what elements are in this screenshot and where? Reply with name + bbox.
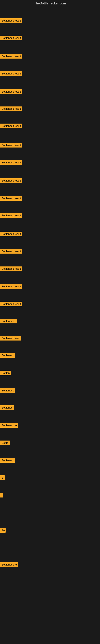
- bottleneck-result-badge: Bottleneck result: [0, 71, 22, 76]
- bottleneck-result-badge: Bottleneck result: [0, 18, 22, 23]
- site-title: TheBottlenecker.com: [0, 0, 100, 7]
- list-item: Bottle: [0, 440, 10, 446]
- list-item: Bottleneck result: [0, 54, 22, 59]
- list-item: Bottleneck result: [0, 124, 22, 129]
- bottleneck-result-badge: Bottleneck result: [0, 54, 22, 58]
- bottleneck-result-badge: Bottleneck result: [0, 213, 22, 218]
- bottleneck-result-badge: Bottlenec: [0, 405, 14, 410]
- bottleneck-result-badge: Bottleneck result: [0, 178, 22, 183]
- bottleneck-result-badge: Bottleneck r: [0, 319, 17, 324]
- bottleneck-result-badge: |: [0, 493, 3, 498]
- bottleneck-result-badge: Bottleneck result: [0, 89, 22, 94]
- list-item: Bottleneck result: [0, 302, 22, 307]
- bottleneck-result-badge: Bottleneck result: [0, 249, 22, 254]
- list-item: Bottleneck result: [0, 36, 22, 41]
- list-item: Bottleneck result: [0, 89, 22, 95]
- list-item: Bottlenec: [0, 405, 14, 411]
- bottleneck-result-badge: Bottleneck result: [0, 302, 22, 306]
- bottleneck-result-badge: Bottleneck result: [0, 143, 22, 148]
- list-item: Bottleneck result: [0, 71, 22, 77]
- list-item: Bottleneck result: [0, 178, 22, 184]
- bottleneck-result-badge: Bottlen: [0, 371, 11, 375]
- bottleneck-result-badge: Bottleneck result: [0, 232, 22, 236]
- list-item: Bottleneck result: [0, 106, 22, 112]
- bottleneck-result-badge: Bottleneck result: [0, 196, 22, 201]
- bottleneck-result-badge: Bottleneck result: [0, 266, 22, 271]
- list-item: Bottleneck re: [0, 562, 18, 568]
- list-item: Bottleneck re: [0, 423, 18, 428]
- bottleneck-result-badge: Bottleneck: [0, 353, 15, 358]
- list-item: Bottleneck r: [0, 319, 17, 324]
- bottleneck-result-badge: B: [0, 475, 5, 480]
- list-item: Bottleneck: [0, 458, 15, 464]
- bottleneck-result-badge: Bottleneck re: [0, 562, 18, 567]
- list-item: Bottleneck result: [0, 160, 22, 166]
- list-item: Bottleneck result: [0, 266, 22, 272]
- list-item: Bo: [0, 528, 6, 534]
- list-item: Bottleneck result: [0, 143, 22, 148]
- bottleneck-result-badge: Bottle: [0, 440, 10, 445]
- bottleneck-result-badge: Bottleneck re: [0, 423, 18, 428]
- bottleneck-result-badge: Bottleneck result: [0, 160, 22, 165]
- bottleneck-result-badge: Bottleneck result: [0, 36, 22, 40]
- list-item: Bottleneck resu: [0, 336, 21, 341]
- list-item: Bottleneck: [0, 353, 15, 358]
- bottleneck-result-badge: Bottleneck result: [0, 124, 22, 128]
- bottleneck-result-badge: Bottleneck: [0, 388, 15, 393]
- list-item: Bottleneck result: [0, 18, 22, 24]
- list-item: Bottleneck result: [0, 213, 22, 218]
- bottleneck-result-badge: Bottleneck result: [0, 284, 22, 289]
- list-item: Bottleneck result: [0, 249, 22, 254]
- list-item: Bottleneck result: [0, 196, 22, 202]
- bottleneck-result-badge: Bottleneck result: [0, 106, 22, 111]
- bottleneck-result-badge: Bottleneck resu: [0, 336, 21, 340]
- list-item: Bottleneck: [0, 388, 15, 394]
- list-item: Bottleneck result: [0, 232, 22, 237]
- bottleneck-result-badge: Bottleneck: [0, 458, 15, 463]
- list-item: |: [0, 493, 3, 498]
- list-item: Bottlen: [0, 371, 11, 376]
- list-item: B: [0, 475, 5, 481]
- list-item: Bottleneck result: [0, 284, 22, 290]
- bottleneck-result-badge: Bo: [0, 528, 6, 533]
